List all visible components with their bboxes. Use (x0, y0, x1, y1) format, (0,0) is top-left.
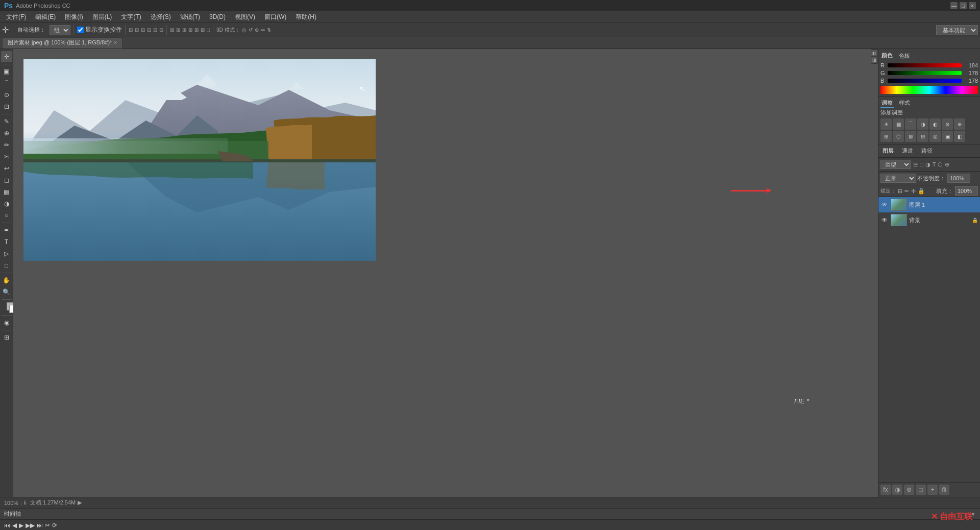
style-tab[interactable]: 样式 (898, 99, 911, 108)
quick-mask-tool[interactable]: ◉ (1, 317, 12, 328)
last-frame-btn[interactable]: ⏭ (37, 522, 43, 529)
3d-icon-3[interactable]: ⊕ (255, 27, 259, 33)
blend-mode-select[interactable]: 正常 (880, 174, 916, 183)
timeline-collapse-btn[interactable]: ▼ (970, 511, 976, 517)
tab-close-button[interactable]: × (114, 40, 117, 45)
distribute-icon-1[interactable]: ⊞ (170, 27, 174, 33)
levels-icon[interactable]: ▦ (893, 118, 904, 130)
align-icon-1[interactable]: ⊟ (129, 27, 133, 33)
eyedropper-tool[interactable]: ✎ (1, 116, 12, 127)
menu-select[interactable]: 选择(S) (146, 12, 175, 22)
delete-layer-btn[interactable]: 🗑 (939, 485, 949, 495)
eraser-tool[interactable]: ◻ (1, 175, 12, 186)
lock-move-icon[interactable]: ✛ (911, 188, 916, 195)
maximize-button[interactable]: □ (960, 2, 967, 9)
layer-visibility-1[interactable]: 👁 (880, 201, 889, 209)
menu-edit[interactable]: 编辑(E) (31, 12, 60, 22)
brush-tool[interactable]: ✏ (1, 139, 12, 151)
move-tool-icon[interactable]: ✛ (2, 25, 9, 35)
workspace-dropdown[interactable]: 基本功能 (936, 25, 978, 35)
shape-layer-icon[interactable]: ⬡ (938, 161, 943, 168)
zoom-tool[interactable]: 🔍 (1, 286, 12, 298)
panel-color-btn[interactable]: ◨ (871, 57, 877, 63)
gradient-tool[interactable]: ▦ (1, 186, 12, 198)
crop-tool[interactable]: ⊡ (1, 101, 12, 112)
distribute-icon-4[interactable]: ⊞ (188, 27, 192, 33)
hand-tool[interactable]: ✋ (1, 275, 12, 286)
filter-icon[interactable]: ⊟ (913, 161, 918, 168)
3d-icon-2[interactable]: ↺ (249, 27, 253, 33)
layer-type-filter[interactable]: 类型 (880, 160, 911, 169)
menu-text[interactable]: 文字(T) (117, 12, 145, 22)
3d-icon-5[interactable]: ⇅ (267, 27, 271, 33)
new-fill-btn[interactable]: ⊕ (904, 485, 914, 495)
pixel-icon[interactable]: □ (920, 161, 923, 167)
menu-file[interactable]: 文件(F) (2, 12, 30, 22)
shape-tool[interactable]: □ (1, 260, 12, 271)
fill-input[interactable] (955, 186, 978, 196)
menu-3d[interactable]: 3D(D) (205, 12, 230, 21)
colorbalance-icon[interactable]: ⊕ (954, 118, 965, 130)
document-tab[interactable]: 图片素材.jpeg @ 100% (图层 1, RGB/8#)* × (2, 37, 122, 49)
align-icon-5[interactable]: ⊟ (153, 27, 157, 33)
move-tool[interactable]: ✛ (1, 51, 12, 62)
layer-item-1[interactable]: 👁 图层 1 (878, 197, 980, 212)
color-spectrum[interactable] (880, 86, 978, 94)
lock-draw-icon[interactable]: ✏ (904, 188, 909, 195)
quick-select-tool[interactable]: ⊙ (1, 89, 12, 101)
adjust-tab[interactable]: 调整 (880, 99, 894, 108)
channel-mixer-icon[interactable]: ⊠ (905, 131, 916, 142)
menu-layer[interactable]: 图层(L) (88, 12, 116, 22)
convert-btn[interactable]: ⟳ (52, 522, 57, 529)
next-frame-btn[interactable]: ▶▶ (26, 522, 35, 529)
menu-help[interactable]: 帮助(H) (291, 12, 321, 22)
menu-filter[interactable]: 滤镜(T) (176, 12, 204, 22)
r-slider[interactable] (888, 63, 962, 67)
align-icon-3[interactable]: ⊟ (141, 27, 145, 33)
distribute-icon-6[interactable]: ⊞ (201, 27, 205, 33)
lasso-tool[interactable]: ⌒ (1, 78, 12, 89)
rectangle-select-tool[interactable]: ▣ (1, 66, 12, 77)
dodge-tool[interactable]: ○ (1, 210, 12, 221)
channels-tab[interactable]: 通道 (900, 147, 915, 155)
opacity-input[interactable] (947, 174, 970, 183)
text-tool[interactable]: T (1, 236, 12, 248)
doc-size-arrow[interactable]: ▶ (78, 499, 82, 506)
photo-filter-icon[interactable]: ⬡ (893, 131, 904, 142)
clone-tool[interactable]: ✂ (1, 151, 12, 162)
align-icon-4[interactable]: ⊟ (147, 27, 151, 33)
lock-icon[interactable]: 🔒 (918, 188, 925, 195)
distribute-icon-3[interactable]: ⊞ (182, 27, 186, 33)
type-icon[interactable]: T (933, 161, 936, 167)
add-style-btn[interactable]: fx (880, 485, 891, 495)
prev-frame-btn[interactable]: ◀ (12, 522, 17, 529)
g-slider[interactable] (888, 71, 962, 75)
colorlookup-icon[interactable]: ⊟ (917, 131, 928, 142)
lock-all-icon[interactable]: ⊟ (898, 188, 902, 195)
curves-icon[interactable]: ⌒ (905, 118, 916, 130)
3d-icon-4[interactable]: ⇔ (261, 27, 265, 33)
distribute-icon-2[interactable]: ⊞ (176, 27, 180, 33)
show-controls-checkbox[interactable]: 显示变换控件 (77, 26, 122, 34)
bw-icon[interactable]: ⊞ (880, 131, 892, 142)
3d-label[interactable]: 3D 模式： (216, 27, 240, 34)
panel-history-btn[interactable]: ◧ (871, 50, 877, 56)
show-controls-input[interactable] (77, 27, 84, 33)
pen-tool[interactable]: ✒ (1, 225, 12, 236)
vibrance-icon[interactable]: ◐ (929, 118, 941, 130)
b-slider[interactable] (888, 79, 962, 83)
new-layer-btn[interactable]: + (927, 485, 938, 495)
swatches-tab[interactable]: 色板 (898, 52, 911, 60)
trim-btn[interactable]: ✂ (45, 522, 50, 529)
invert-icon[interactable]: ◎ (929, 131, 941, 142)
path-tool[interactable]: ▷ (1, 248, 12, 259)
align-icon-2[interactable]: ⊟ (135, 27, 139, 33)
threshold-icon[interactable]: ◧ (954, 131, 965, 142)
brightness-icon[interactable]: ☀ (880, 118, 892, 130)
add-mask-btn[interactable]: ◑ (892, 485, 902, 495)
menu-view[interactable]: 视图(V) (231, 12, 259, 22)
posterize-icon[interactable]: ▣ (942, 131, 953, 142)
layer-item-2[interactable]: 👁 背景 🔒 (878, 212, 980, 228)
paths-tab[interactable]: 路径 (919, 147, 935, 155)
exposure-icon[interactable]: ◑ (917, 118, 928, 130)
